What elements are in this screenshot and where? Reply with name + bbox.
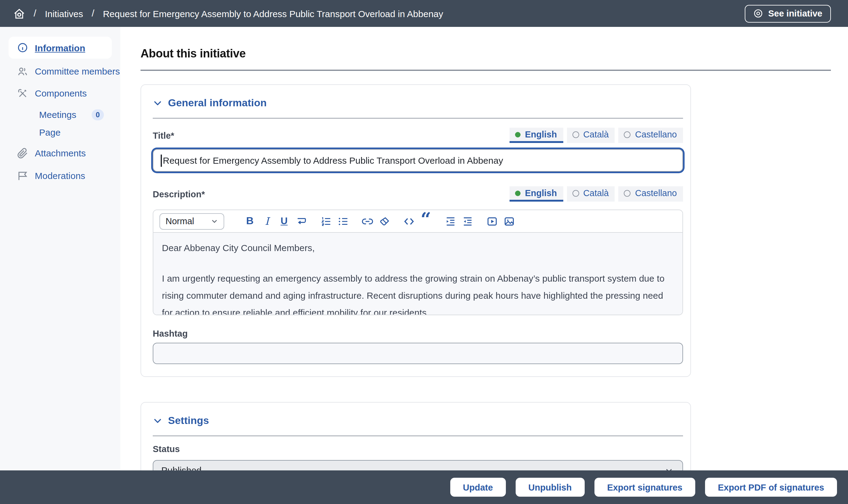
breadcrumb: / Initiatives / Request for Emergency As… [14, 7, 443, 19]
breadcrumb-initiatives-link[interactable]: Initiatives [45, 8, 83, 19]
page-title: About this initiative [141, 47, 831, 60]
language-tab-label: Català [583, 188, 609, 198]
see-initiative-label: See initiative [768, 8, 822, 18]
language-tab-english[interactable]: English [509, 128, 563, 143]
chevron-down-icon [211, 217, 218, 225]
empty-radio-icon [624, 131, 631, 138]
sidebar-item-moderations[interactable]: Moderations [0, 167, 120, 184]
title-input[interactable]: Request for Emergency Assembly to Addres… [153, 149, 683, 172]
export-signatures-button[interactable]: Export signatures [594, 478, 695, 497]
title-input-value: Request for Emergency Assembly to Addres… [163, 155, 503, 165]
sidebar-item-label: Page [39, 127, 60, 138]
sidebar-item-page[interactable]: Page [0, 123, 120, 141]
description-language-tabs: English Català Castellano [509, 186, 683, 202]
language-tab-label: Català [583, 129, 609, 139]
breadcrumb-separator: / [92, 8, 94, 19]
status-select-value: Published [161, 465, 202, 470]
top-bar: / Initiatives / Request for Emergency As… [0, 0, 848, 27]
chevron-down-icon [153, 416, 163, 426]
description-rich-text-editor: Normal B I U [153, 210, 683, 315]
chevron-down-icon [153, 98, 163, 108]
filled-radio-icon [515, 132, 521, 137]
sidebar-item-label: Committee members [35, 66, 120, 76]
language-tab-catala[interactable]: Català [567, 186, 615, 202]
section-divider [153, 118, 683, 119]
general-information-section-toggle[interactable]: General information [153, 97, 683, 109]
indent-decrease-icon[interactable] [459, 213, 476, 230]
chevron-down-icon [665, 466, 673, 470]
sidebar-item-label: Information [35, 42, 85, 53]
page-title-divider [141, 70, 831, 71]
title-language-tabs: English Català Castellano [509, 128, 683, 143]
sidebar: Information Committee members Components… [0, 27, 120, 470]
update-button[interactable]: Update [450, 478, 506, 497]
language-tab-label: Castellano [635, 129, 677, 139]
sidebar-item-label: Attachments [35, 148, 86, 158]
sidebar-item-label: Meetings [39, 109, 76, 120]
flag-icon [17, 170, 28, 181]
breadcrumb-current-page: Request for Emergency Assembly to Addres… [103, 8, 443, 19]
section-title: Settings [168, 415, 209, 427]
language-tab-label: English [525, 129, 557, 139]
export-pdf-signatures-button[interactable]: Export PDF of signatures [705, 478, 837, 497]
paperclip-icon [17, 147, 28, 159]
eraser-icon[interactable] [376, 213, 393, 230]
unpublish-button[interactable]: Unpublish [516, 478, 585, 497]
indent-increase-icon[interactable] [442, 213, 459, 230]
settings-section-toggle[interactable]: Settings [153, 415, 683, 427]
title-field-label: Title* [153, 130, 174, 140]
sidebar-item-information[interactable]: Information [8, 37, 112, 59]
see-initiative-button[interactable]: See initiative [745, 4, 831, 22]
link-icon[interactable] [359, 213, 376, 230]
meetings-count-badge: 0 [92, 109, 104, 120]
section-title: General information [168, 97, 267, 109]
sidebar-item-meetings[interactable]: Meetings 0 [0, 106, 120, 123]
line-break-icon[interactable] [293, 213, 310, 230]
section-divider [153, 436, 683, 436]
status-select[interactable]: Published [153, 460, 683, 470]
language-tab-castellano[interactable]: Castellano [618, 186, 683, 202]
language-tab-catala[interactable]: Català [567, 128, 615, 143]
language-tab-label: Castellano [635, 188, 677, 198]
home-link[interactable] [14, 7, 25, 19]
hashtag-input[interactable] [153, 343, 683, 364]
text-caret [161, 154, 162, 166]
paragraph-style-value: Normal [166, 216, 194, 226]
ordered-list-icon[interactable] [317, 213, 334, 230]
description-field-label: Description* [153, 189, 205, 199]
image-icon[interactable] [500, 213, 518, 230]
description-paragraph: Dear Abbenay City Council Members, [162, 239, 674, 256]
settings-card: Settings Status Published [141, 402, 691, 470]
video-icon[interactable] [483, 213, 500, 230]
sidebar-item-committee-members[interactable]: Committee members [0, 62, 120, 80]
general-information-card: General information Title* English Catal… [141, 84, 691, 377]
description-paragraph: I am urgently requesting an emergency as… [162, 270, 674, 314]
info-icon [17, 42, 28, 53]
bottom-action-bar: Update Unpublish Export signatures Expor… [0, 470, 848, 504]
status-field-label: Status [153, 444, 180, 454]
home-icon [14, 7, 25, 19]
quote-icon[interactable]: “ [417, 213, 434, 230]
empty-radio-icon [624, 190, 631, 196]
eye-icon [754, 8, 763, 18]
empty-radio-icon [572, 190, 579, 196]
underline-icon[interactable]: U [275, 213, 293, 230]
main-content: About this initiative General informatio… [120, 27, 848, 470]
sidebar-item-components[interactable]: Components [0, 84, 120, 102]
editor-toolbar: Normal B I U [154, 210, 682, 233]
language-tab-castellano[interactable]: Castellano [618, 128, 683, 143]
sidebar-item-label: Components [35, 88, 87, 98]
italic-icon[interactable]: I [258, 213, 275, 230]
code-icon[interactable] [400, 213, 417, 230]
paragraph-style-select[interactable]: Normal [160, 213, 224, 229]
app-window: / Initiatives / Request for Emergency As… [0, 0, 848, 504]
language-tab-label: English [525, 188, 557, 198]
empty-radio-icon [572, 131, 579, 138]
people-icon [17, 66, 28, 77]
description-editor-content[interactable]: Dear Abbenay City Council Members, I am … [154, 233, 682, 314]
bold-icon[interactable]: B [241, 213, 258, 230]
bullet-list-icon[interactable] [334, 213, 351, 230]
language-tab-english[interactable]: English [509, 186, 563, 202]
sidebar-item-label: Moderations [35, 170, 85, 181]
sidebar-item-attachments[interactable]: Attachments [0, 144, 120, 162]
